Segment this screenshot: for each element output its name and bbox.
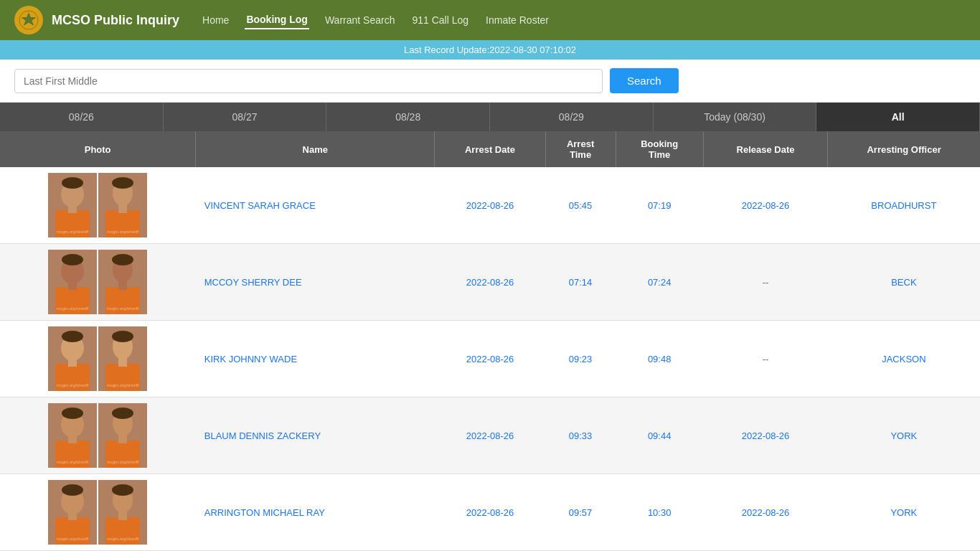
photo-cell: mcgtn.org/sheriff mcgtn.org/sheriff (0, 244, 196, 321)
tab-all[interactable]: All (816, 103, 980, 131)
booking-time-cell: 10:30 (616, 474, 703, 551)
officer-link[interactable]: YORK (890, 507, 917, 518)
nav-warrant-search[interactable]: Warrant Search (324, 11, 397, 29)
name-cell: BLAUM DENNIS ZACKERY (196, 397, 435, 474)
search-button[interactable]: Search (610, 68, 679, 93)
mugshot-side: mcgtn.org/sheriff (98, 326, 147, 391)
search-area: Search (0, 60, 980, 103)
booking-time-cell: 07:24 (616, 244, 703, 321)
photo-pair: mcgtn.org/sheriff mcgtn.org/sheriff (6, 173, 190, 237)
inmate-name-link[interactable]: VINCENT SARAH GRACE (204, 200, 316, 211)
arrest-time-cell: 09:33 (545, 397, 616, 474)
officer-link[interactable]: JACKSON (882, 354, 925, 364)
arrest-time-cell: 09:23 (545, 321, 616, 397)
navbar: MCSO Public Inquiry Home Booking Log War… (0, 0, 980, 40)
photo-pair: mcgtn.org/sheriff mcgtn.org/sheriff (6, 480, 190, 545)
update-banner: Last Record Update:2022-08-30 07:10:02 (0, 40, 980, 60)
photo-cell: mcgtn.org/sheriff mcgtn.org/sheriff (0, 321, 196, 397)
col-photo: Photo (0, 131, 196, 167)
nav-inmate-roster[interactable]: Inmate Roster (484, 11, 550, 29)
release-date-cell: 2022-08-26 (703, 397, 827, 474)
arrest-date-link[interactable]: 2022-08-26 (466, 430, 514, 441)
mugshot-side: mcgtn.org/sheriff (98, 403, 147, 468)
nav-911-call-log[interactable]: 911 Call Log (410, 11, 470, 29)
table-row: mcgtn.org/sheriff mcgtn.org/sheriff MCCO… (0, 244, 980, 321)
photo-cell: mcgtn.org/sheriff mcgtn.org/sheriff (0, 167, 196, 244)
nav-home[interactable]: Home (201, 11, 230, 29)
tab-0826[interactable]: 08/26 (0, 103, 164, 131)
officer-cell: YORK (828, 397, 980, 474)
arrest-date-link[interactable]: 2022-08-26 (466, 200, 514, 211)
officer-cell: YORK (828, 474, 980, 551)
name-cell: MCCOY SHERRY DEE (196, 244, 435, 321)
mugshot-side: mcgtn.org/sheriff (98, 173, 147, 237)
photo-cell: mcgtn.org/sheriff mcgtn.org/sheriff (0, 474, 196, 551)
mugshot-front: mcgtn.org/sheriff (48, 250, 97, 314)
arrest-date-cell: 2022-08-26 (435, 244, 545, 321)
release-date-link[interactable]: 2022-08-26 (742, 507, 790, 518)
arrest-time: 07:14 (569, 277, 593, 288)
photo-pair: mcgtn.org/sheriff mcgtn.org/sheriff (6, 250, 190, 314)
mugshot-front: mcgtn.org/sheriff (48, 480, 97, 545)
tab-0829[interactable]: 08/29 (490, 103, 654, 131)
svg-point-6 (62, 177, 83, 189)
booking-time: 07:19 (648, 200, 672, 211)
svg-text:mcgtn.org/sheriff: mcgtn.org/sheriff (57, 306, 89, 311)
inmate-name-link[interactable]: ARRINGTON MICHAEL RAY (204, 507, 325, 518)
officer-cell: BECK (828, 244, 980, 321)
release-date-dash: -- (763, 354, 769, 364)
arrest-time: 05:45 (569, 200, 593, 211)
tab-0828[interactable]: 08/28 (326, 103, 490, 131)
nav-booking-log[interactable]: Booking Log (245, 11, 309, 29)
update-text: Last Record Update:2022-08-30 07:10:02 (404, 44, 576, 55)
name-cell: KIRK JOHNNY WADE (196, 321, 435, 397)
arrest-time-cell: 09:57 (545, 474, 616, 551)
release-date-cell: -- (703, 244, 827, 321)
officer-link[interactable]: YORK (890, 430, 917, 441)
search-input[interactable] (14, 69, 603, 93)
table-row: mcgtn.org/sheriff mcgtn.org/sheriff ARRI… (0, 474, 980, 551)
arrest-date-cell: 2022-08-26 (435, 167, 545, 244)
inmate-name-link[interactable]: KIRK JOHNNY WADE (204, 354, 297, 364)
release-date-link[interactable]: 2022-08-26 (742, 200, 790, 211)
col-release-date: Release Date (703, 131, 827, 167)
svg-text:mcgtn.org/sheriff: mcgtn.org/sheriff (57, 383, 89, 387)
svg-text:mcgtn.org/sheriff: mcgtn.org/sheriff (57, 460, 89, 464)
mugshot-front: mcgtn.org/sheriff (48, 173, 97, 237)
date-tabs: 08/26 08/27 08/28 08/29 Today (08/30) Al… (0, 103, 980, 131)
tab-0827[interactable]: 08/27 (164, 103, 327, 131)
inmate-name-link[interactable]: MCCOY SHERRY DEE (204, 277, 302, 288)
app-title: MCSO Public Inquiry (52, 13, 179, 28)
officer-link[interactable]: BROADHURST (871, 200, 936, 211)
arrest-date-link[interactable]: 2022-08-26 (466, 354, 514, 364)
booking-time-cell: 09:48 (616, 321, 703, 397)
table-body: mcgtn.org/sheriff mcgtn.org/sheriff VINC… (0, 167, 980, 551)
arrest-time: 09:33 (569, 430, 593, 441)
arrest-date-link[interactable]: 2022-08-26 (466, 277, 514, 288)
main-content: 08/26 08/27 08/28 08/29 Today (08/30) Al… (0, 103, 980, 551)
logo-icon (14, 6, 43, 34)
col-name: Name (196, 131, 435, 167)
release-date-link[interactable]: 2022-08-26 (742, 430, 790, 441)
officer-cell: BROADHURST (828, 167, 980, 244)
table-header: Photo Name Arrest Date ArrestTime Bookin… (0, 131, 980, 167)
svg-point-30 (62, 331, 83, 342)
arrest-date-link[interactable]: 2022-08-26 (466, 507, 514, 518)
booking-time-cell: 07:19 (616, 167, 703, 244)
booking-time: 09:44 (648, 430, 672, 441)
officer-link[interactable]: BECK (891, 277, 916, 288)
arrest-date-cell: 2022-08-26 (435, 321, 545, 397)
mugshot-side: mcgtn.org/sheriff (98, 250, 147, 314)
svg-text:mcgtn.org/sheriff: mcgtn.org/sheriff (57, 230, 89, 234)
svg-point-42 (62, 408, 83, 419)
booking-time: 10:30 (648, 507, 672, 518)
inmate-name-link[interactable]: BLAUM DENNIS ZACKERY (204, 430, 321, 441)
name-cell: VINCENT SARAH GRACE (196, 167, 435, 244)
tab-today[interactable]: Today (08/30) (654, 103, 817, 131)
release-date-dash: -- (763, 277, 769, 288)
table-row: mcgtn.org/sheriff mcgtn.org/sheriff VINC… (0, 167, 980, 244)
svg-text:mcgtn.org/sheriff: mcgtn.org/sheriff (107, 383, 139, 387)
booking-time: 07:24 (648, 277, 672, 288)
svg-point-36 (112, 331, 133, 342)
svg-text:mcgtn.org/sheriff: mcgtn.org/sheriff (107, 460, 139, 464)
